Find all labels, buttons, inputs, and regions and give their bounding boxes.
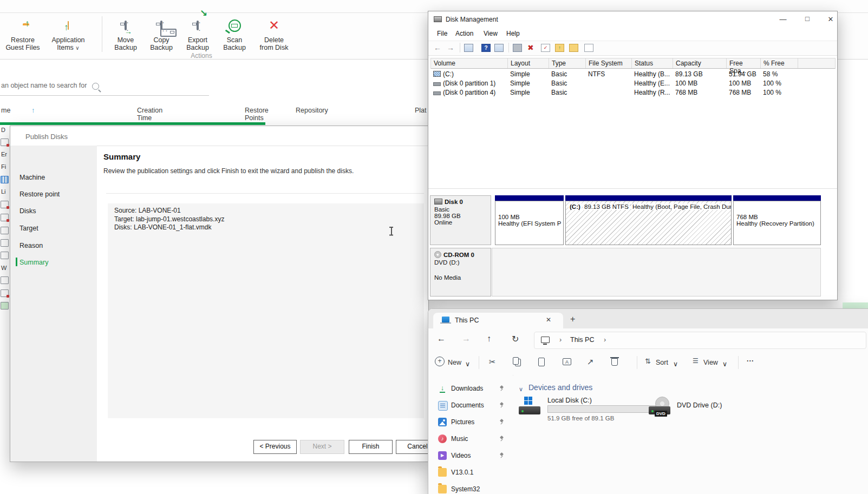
vm-icon[interactable] <box>1 227 9 234</box>
tab-close-icon[interactable]: ✕ <box>546 316 551 324</box>
column-creation-time[interactable]: Creation Time <box>137 107 162 122</box>
address-bar[interactable]: › This PC › <box>534 332 866 349</box>
vm-icon-selected[interactable] <box>1 302 9 309</box>
vm-icon[interactable] <box>1 201 9 208</box>
refresh-icon[interactable]: ↻ <box>512 334 519 344</box>
console-pane-icon[interactable] <box>494 44 504 52</box>
application-items-button[interactable]: ↑ ApplicationItems ∨ <box>49 16 88 52</box>
step-disks[interactable]: Disks <box>19 207 36 215</box>
col-status[interactable]: Status <box>632 58 673 68</box>
view-button[interactable]: View <box>703 359 718 366</box>
step-machine[interactable]: Machine <box>19 174 45 181</box>
cut-icon[interactable]: ✂ <box>489 357 496 367</box>
restore-guest-files-button[interactable]: ↑ RestoreGuest Files <box>3 16 42 51</box>
new-icon[interactable]: + <box>435 357 445 366</box>
paste-icon[interactable] <box>538 358 545 366</box>
share-icon[interactable]: ↗ <box>587 357 594 367</box>
sidebar-item-documents[interactable]: Documents <box>436 399 507 412</box>
group-collapse-icon[interactable]: ∨ <box>519 386 523 393</box>
local-disk-item[interactable]: Local Disk (C:) 51.9 GB free of 89.1 GB <box>519 397 649 424</box>
maximize-button[interactable]: □ <box>802 15 813 23</box>
explore-folder-icon[interactable] <box>569 44 578 52</box>
partition-efi[interactable]: 100 MB Healthy (EFI System P <box>495 195 564 245</box>
tree-label-fragment[interactable]: Fi <box>1 163 6 170</box>
vm-icon[interactable] <box>1 139 9 146</box>
vm-icon[interactable] <box>1 289 9 297</box>
more-options-button[interactable]: ... <box>747 355 754 363</box>
sidebar-item-system32[interactable]: System32 <box>436 483 507 494</box>
partition-recovery[interactable]: 768 MB Healthy (Recovery Partition) <box>733 195 821 245</box>
vm-icon[interactable] <box>1 276 9 284</box>
menu-action[interactable]: Action <box>455 30 473 37</box>
volume-row-c[interactable]: (C:) Simple Basic NTFS Healthy (B... 89.… <box>430 70 798 79</box>
col-layout[interactable]: Layout <box>508 58 549 68</box>
disk-management-titlebar[interactable]: Disk Management — □ ✕ <box>428 11 837 28</box>
column-name[interactable]: me <box>1 107 10 114</box>
col-file-system[interactable]: File System <box>586 58 632 68</box>
step-target[interactable]: Target <box>19 225 38 232</box>
vm-icon[interactable] <box>1 214 9 221</box>
properties-icon[interactable]: ✓ <box>541 44 550 52</box>
col-free-space[interactable]: Free Spa... <box>727 58 761 68</box>
col-pct-free[interactable]: % Free <box>761 58 798 68</box>
new-button[interactable]: New <box>448 359 461 366</box>
menu-view[interactable]: View <box>484 30 498 37</box>
next-button[interactable]: Next > <box>300 440 344 454</box>
col-type[interactable]: Type <box>549 58 586 68</box>
export-backup-button[interactable]: ↘ ExportBackup <box>178 16 217 51</box>
previous-button[interactable]: < Previous <box>253 440 297 454</box>
close-button[interactable]: ✕ <box>825 15 836 23</box>
breadcrumb-this-pc[interactable]: This PC <box>570 336 594 344</box>
tree-label-fragment[interactable]: Er <box>1 151 7 157</box>
finish-button[interactable]: Finish <box>349 440 393 454</box>
sort-button[interactable]: Sort <box>656 359 668 366</box>
back-icon[interactable]: ← <box>437 334 446 344</box>
menu-file[interactable]: File <box>437 30 447 37</box>
breadcrumb-chevron-icon[interactable]: › <box>604 336 606 344</box>
help-icon[interactable]: ? <box>481 44 491 52</box>
column-repository[interactable]: Repository <box>296 107 328 114</box>
refresh-disks-icon[interactable] <box>513 44 522 52</box>
disk-icon[interactable] <box>1 176 9 183</box>
minimize-button[interactable]: — <box>778 15 788 23</box>
delete-from-disk-button[interactable]: ✕ Deletefrom Disk <box>254 16 293 51</box>
volume-row-partition1[interactable]: (Disk 0 partition 1) Simple Basic Health… <box>430 79 798 88</box>
step-reason[interactable]: Reason <box>19 242 43 249</box>
step-restore-point[interactable]: Restore point <box>19 190 60 198</box>
summary-textbox[interactable]: Source: LAB-VONE-01 Target: lab-jump-01.… <box>108 203 424 418</box>
vm-icon[interactable] <box>1 239 9 247</box>
tree-label-fragment[interactable]: W <box>1 265 6 271</box>
sidebar-item-music[interactable]: ♪ Music <box>436 433 507 446</box>
column-platform[interactable]: Plat <box>415 107 427 114</box>
pane-splitter[interactable] <box>428 188 837 189</box>
console-window-icon[interactable] <box>464 44 473 52</box>
sidebar-item-downloads[interactable]: ↓ Downloads <box>436 383 507 396</box>
up-icon[interactable]: ↑ <box>487 334 491 344</box>
column-restore-points[interactable]: Restore Points <box>245 107 269 122</box>
delete-volume-icon[interactable]: ✖ <box>527 43 534 52</box>
sidebar-item-v13[interactable]: V13.0.1 <box>436 466 507 479</box>
disk0-label-panel[interactable]: Disk 0 Basic 89.98 GB Online <box>430 195 491 245</box>
scan-backup-button[interactable]: ScanBackup <box>215 16 254 51</box>
checklist-icon[interactable] <box>584 44 593 52</box>
new-tab-icon[interactable]: + <box>570 314 575 324</box>
step-summary[interactable]: Summary <box>19 259 48 266</box>
tab-this-pc[interactable]: This PC ✕ <box>433 313 563 328</box>
sort-icon[interactable]: ⇅ <box>645 357 651 365</box>
forward-icon[interactable]: → <box>462 334 471 344</box>
open-folder-icon[interactable]: ↑ <box>555 44 564 52</box>
back-icon[interactable]: ← <box>434 43 441 52</box>
volume-row-partition4[interactable]: (Disk 0 partition 4) Simple Basic Health… <box>430 88 798 97</box>
col-capacity[interactable]: Capacity <box>673 58 727 68</box>
forward-icon[interactable]: → <box>447 43 454 52</box>
sidebar-item-pictures[interactable]: Pictures <box>436 416 507 429</box>
vm-icon[interactable] <box>1 252 9 259</box>
copy-backup-button[interactable]: CopyBackup <box>142 16 181 51</box>
rename-icon[interactable]: A <box>563 358 571 365</box>
menu-help[interactable]: Help <box>506 30 520 37</box>
col-volume[interactable]: Volume <box>431 58 508 68</box>
tree-label-fragment[interactable]: D <box>1 127 5 133</box>
cdrom-media-area[interactable] <box>492 248 821 297</box>
partition-c-selected[interactable]: (C:) 89.13 GB NTFS Healthy (Boot, Page F… <box>565 195 732 245</box>
dialog-titlebar[interactable]: Publish Disks <box>10 126 428 146</box>
